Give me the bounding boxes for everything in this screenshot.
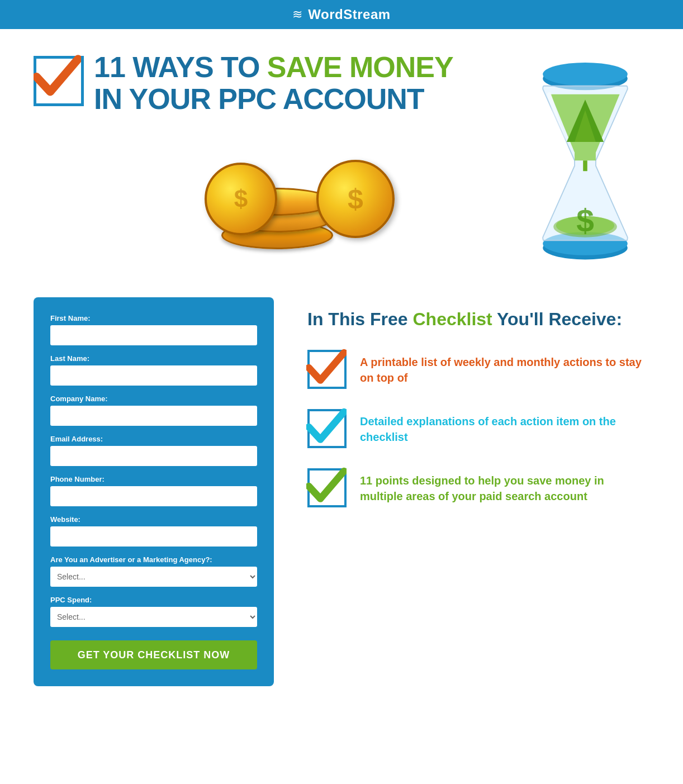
benefit-checkbox-2 — [307, 409, 347, 448]
ppc-spend-group: PPC Spend: Select... Under $1,000/mo $1,… — [50, 596, 257, 627]
benefit-checkbox-1 — [307, 350, 347, 389]
hero-title-line1: 11 WAYS TO SAVE MONEY — [94, 51, 453, 83]
benefit-checkmark-orange-icon — [306, 348, 347, 390]
ppc-spend-select[interactable]: Select... Under $1,000/mo $1,000 - $5,00… — [50, 607, 257, 627]
benefit-text-1: A printable list of weekly and monthly a… — [360, 350, 649, 386]
last-name-input[interactable] — [50, 365, 257, 386]
hero-checkmark-icon — [34, 53, 73, 92]
benefits-title-checklist: Checklist — [412, 309, 492, 329]
phone-input[interactable] — [50, 486, 257, 506]
first-name-input[interactable] — [50, 325, 257, 345]
benefits-title-part2: You'll Receive: — [492, 309, 622, 329]
website-group: Website: — [50, 515, 257, 547]
svg-point-1 — [543, 63, 628, 86]
hero-title-line2: IN YOUR PPC ACCOUNT — [94, 83, 453, 115]
benefits-title-part1: In This Free — [307, 309, 412, 329]
first-name-label: First Name: — [50, 314, 257, 322]
benefits-panel: In This Free Checklist You'll Receive: A… — [307, 297, 649, 528]
coin-upright-right: $ — [316, 160, 395, 238]
hero-left-content: 11 WAYS TO SAVE MONEY IN YOUR PPC ACCOUN… — [34, 51, 521, 249]
email-group: Email Address: — [50, 435, 257, 466]
company-name-group: Company Name: — [50, 395, 257, 426]
email-label: Email Address: — [50, 435, 257, 443]
company-name-input[interactable] — [50, 406, 257, 426]
benefit-item-3: 11 points designed to help you save mone… — [307, 468, 649, 507]
last-name-label: Last Name: — [50, 354, 257, 363]
hero-title-save-money: SAVE MONEY — [267, 51, 453, 83]
site-header: ≋ WordStream — [0, 0, 683, 29]
benefit-item-2: Detailed explanations of each action ite… — [307, 409, 649, 448]
benefit-item-1: A printable list of weekly and monthly a… — [307, 350, 649, 389]
phone-label: Phone Number: — [50, 475, 257, 483]
hero-title-text: 11 WAYS TO SAVE MONEY IN YOUR PPC ACCOUN… — [94, 51, 453, 115]
coin-upright-left: $ — [205, 163, 277, 235]
email-input[interactable] — [50, 446, 257, 466]
benefits-title: In This Free Checklist You'll Receive: — [307, 308, 649, 330]
coins-graphic: $ $ — [193, 137, 395, 249]
svg-text:$: $ — [576, 203, 594, 239]
wordstream-name: WordStream — [308, 7, 390, 22]
hero-checkbox-icon — [34, 56, 84, 106]
advertiser-type-group: Are You an Advertiser or a Marketing Age… — [50, 555, 257, 587]
phone-group: Phone Number: — [50, 475, 257, 506]
benefit-checkmark-green-icon — [306, 466, 347, 509]
logo: ≋ WordStream — [292, 7, 390, 22]
advertiser-type-label: Are You an Advertiser or a Marketing Age… — [50, 555, 257, 564]
hero-section: 11 WAYS TO SAVE MONEY IN YOUR PPC ACCOUN… — [0, 29, 683, 275]
hero-title-area: 11 WAYS TO SAVE MONEY IN YOUR PPC ACCOUN… — [34, 51, 521, 115]
submit-button[interactable]: GET YOUR CHECKLIST NOW — [50, 640, 257, 669]
last-name-group: Last Name: — [50, 354, 257, 386]
hourglass-illustration: $ — [521, 51, 649, 264]
website-input[interactable] — [50, 526, 257, 547]
hourglass-svg: $ — [527, 63, 644, 264]
coins-illustration: $ $ — [67, 137, 521, 249]
wordstream-waves-icon: ≋ — [292, 7, 302, 22]
benefit-text-2: Detailed explanations of each action ite… — [360, 409, 649, 445]
advertiser-type-select[interactable]: Select... Advertiser Marketing Agency — [50, 567, 257, 587]
first-name-group: First Name: — [50, 314, 257, 345]
benefit-checkbox-3 — [307, 468, 347, 507]
form-panel: First Name: Last Name: Company Name: Ema… — [34, 297, 274, 686]
benefit-checkmark-blue-icon — [306, 407, 347, 449]
benefit-text-3: 11 points designed to help you save mone… — [360, 468, 649, 504]
company-name-label: Company Name: — [50, 395, 257, 403]
main-content: First Name: Last Name: Company Name: Ema… — [0, 275, 683, 709]
ppc-spend-label: PPC Spend: — [50, 596, 257, 604]
svg-rect-6 — [583, 160, 587, 171]
website-label: Website: — [50, 515, 257, 524]
